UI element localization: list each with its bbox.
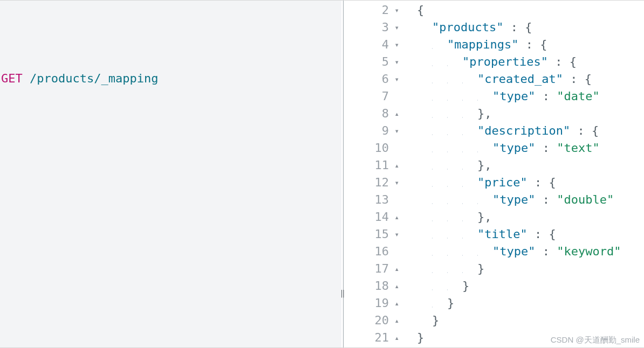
- line-number: 10: [369, 140, 389, 157]
- fold-open-icon[interactable]: ▾: [391, 122, 399, 140]
- code-line: "type" : "text": [402, 140, 644, 157]
- code-line: {: [402, 2, 644, 19]
- request-code[interactable]: GET /products/_mapping: [0, 49, 341, 87]
- gutter-line: 10: [346, 140, 402, 157]
- app-root: GET /products/_mapping ‖ 2▾3▾4▾5▾6▾78▴9▾…: [0, 0, 644, 348]
- code-line: },: [402, 208, 644, 226]
- json-punc: :: [535, 141, 557, 155]
- code-line: "created_at" : {: [402, 71, 644, 88]
- fold-close-icon[interactable]: ▴: [391, 260, 399, 277]
- code-line: "type" : "date": [402, 88, 644, 105]
- fold-open-icon[interactable]: ▾: [391, 53, 399, 71]
- json-punc: {: [417, 3, 424, 17]
- code-line: }: [402, 312, 644, 329]
- line-number: 20: [369, 312, 389, 329]
- http-method: GET: [1, 72, 23, 85]
- line-number: 12: [369, 174, 389, 191]
- fold-open-icon[interactable]: ▾: [391, 19, 399, 36]
- json-key: "type": [492, 89, 535, 103]
- fold-close-icon[interactable]: ▴: [391, 329, 399, 346]
- json-punc: :: [563, 72, 585, 86]
- line-number: 5: [369, 53, 389, 71]
- line-number: 11: [369, 157, 389, 174]
- json-punc: }: [477, 262, 484, 275]
- line-number: 15: [369, 226, 389, 243]
- line-number: 14: [369, 208, 389, 226]
- fold-close-icon[interactable]: ▴: [391, 277, 399, 295]
- line-number: 4: [369, 36, 389, 53]
- drag-handle-icon[interactable]: ‖: [340, 291, 345, 295]
- gutter-line: 9▾: [346, 122, 402, 140]
- gutter-line: 6▾: [346, 71, 402, 88]
- gutter-line: 14▴: [346, 208, 402, 226]
- gutter-line: 11▴: [346, 157, 402, 174]
- fold-close-icon[interactable]: ▴: [391, 105, 399, 122]
- json-punc: }: [462, 279, 469, 293]
- json-key: "mappings": [447, 38, 518, 51]
- response-code[interactable]: {"products" : {"mappings" : {"properties…: [402, 1, 644, 347]
- code-line: }: [402, 260, 644, 277]
- json-punc: :: [535, 193, 557, 206]
- json-key: "price": [477, 176, 527, 189]
- json-key: "properties": [462, 55, 548, 68]
- json-punc: {: [525, 20, 532, 34]
- json-punc: {: [540, 38, 547, 51]
- json-punc: :: [535, 89, 557, 103]
- json-string: "date": [557, 89, 599, 103]
- json-punc: :: [518, 38, 540, 51]
- line-number: 13: [369, 191, 389, 208]
- code-line: }: [402, 295, 644, 312]
- line-number: 6: [369, 71, 389, 88]
- json-punc: :: [535, 245, 557, 258]
- json-punc: {: [570, 55, 577, 68]
- line-number: 17: [369, 260, 389, 277]
- gutter-line: 13: [346, 191, 402, 208]
- pane-divider[interactable]: ‖: [341, 1, 346, 347]
- gutter-line: 21▴: [346, 329, 402, 346]
- json-punc: }: [432, 314, 439, 327]
- code-line: "price" : {: [402, 174, 644, 191]
- fold-close-icon[interactable]: ▴: [391, 312, 399, 329]
- gutter-line: 16: [346, 243, 402, 260]
- code-line: },: [402, 157, 644, 174]
- fold-close-icon[interactable]: ▴: [391, 157, 399, 174]
- fold-open-icon[interactable]: ▾: [391, 36, 399, 53]
- gutter-line: 5▾: [346, 53, 402, 71]
- response-viewer-pane: 2▾3▾4▾5▾6▾78▴9▾1011▴12▾1314▴15▾1617▴18▴1…: [346, 1, 644, 347]
- code-line: },: [402, 105, 644, 122]
- gutter-line: 17▴: [346, 260, 402, 277]
- fold-close-icon[interactable]: ▴: [391, 295, 399, 312]
- gutter-line: 7: [346, 88, 402, 105]
- code-line: "products" : {: [402, 19, 644, 36]
- line-number: 2: [369, 2, 389, 19]
- code-line: "type" : "keyword": [402, 243, 644, 260]
- json-key: "created_at": [477, 72, 563, 86]
- line-gutter: 2▾3▾4▾5▾6▾78▴9▾1011▴12▾1314▴15▾1617▴18▴1…: [346, 1, 402, 347]
- fold-close-icon[interactable]: ▴: [391, 208, 399, 226]
- json-punc: },: [477, 107, 492, 120]
- fold-open-icon[interactable]: ▾: [391, 2, 399, 19]
- line-number: 19: [369, 295, 389, 312]
- json-punc: }: [417, 331, 424, 344]
- json-key: "title": [477, 227, 527, 241]
- line-number: 16: [369, 243, 389, 260]
- code-line: "description" : {: [402, 122, 644, 140]
- gutter-line: 8▴: [346, 105, 402, 122]
- json-string: "double": [557, 193, 614, 206]
- json-string: "keyword": [557, 245, 621, 258]
- fold-open-icon[interactable]: ▾: [391, 71, 399, 88]
- fold-open-icon[interactable]: ▾: [391, 226, 399, 243]
- gutter-line: 18▴: [346, 277, 402, 295]
- json-punc: :: [548, 55, 570, 68]
- json-string: "text": [557, 141, 599, 155]
- code-line: "properties" : {: [402, 53, 644, 71]
- request-editor-pane[interactable]: GET /products/_mapping: [0, 1, 341, 347]
- fold-open-icon[interactable]: ▾: [391, 174, 399, 191]
- json-punc: }: [447, 296, 454, 310]
- line-number: 18: [369, 277, 389, 295]
- json-punc: :: [527, 176, 549, 189]
- json-punc: :: [570, 124, 592, 137]
- line-number: 9: [369, 122, 389, 140]
- gutter-line: 4▾: [346, 36, 402, 53]
- json-punc: {: [592, 124, 599, 137]
